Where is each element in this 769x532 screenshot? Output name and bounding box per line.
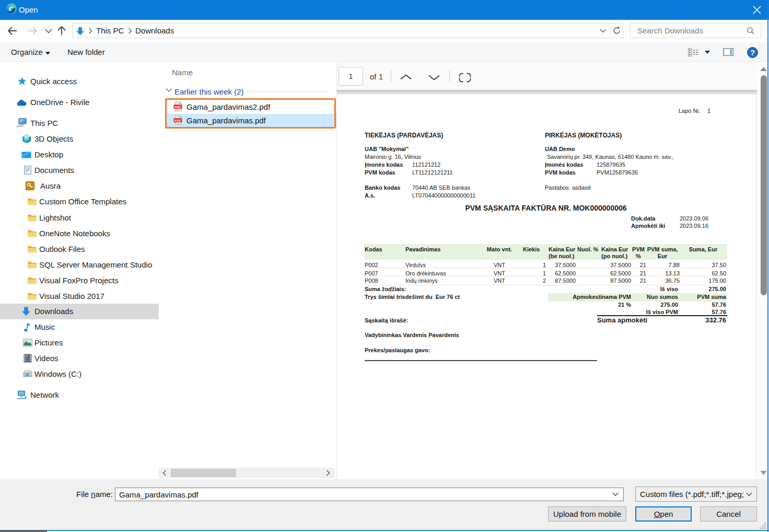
svg-text:?: ?	[750, 48, 755, 57]
